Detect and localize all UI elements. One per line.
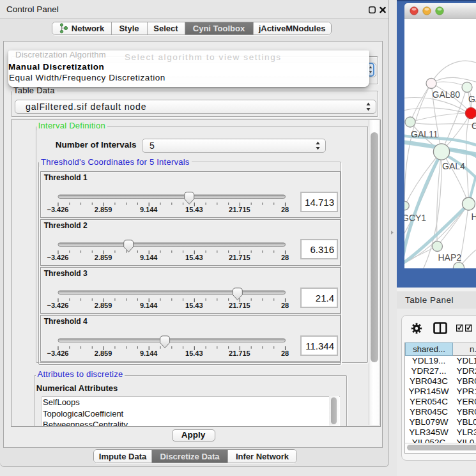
svg-text:GAL11: GAL11 [411,129,438,139]
svg-text:GCY1: GCY1 [404,213,426,223]
svg-text:GAL4: GAL4 [442,161,465,171]
svg-text:C: C [472,121,476,131]
svg-text:HA: HA [472,211,476,222]
svg-text:HAP2: HAP2 [438,252,462,263]
svg-text:GAL80: GAL80 [433,89,461,100]
svg-text:GA: GA [468,94,476,104]
